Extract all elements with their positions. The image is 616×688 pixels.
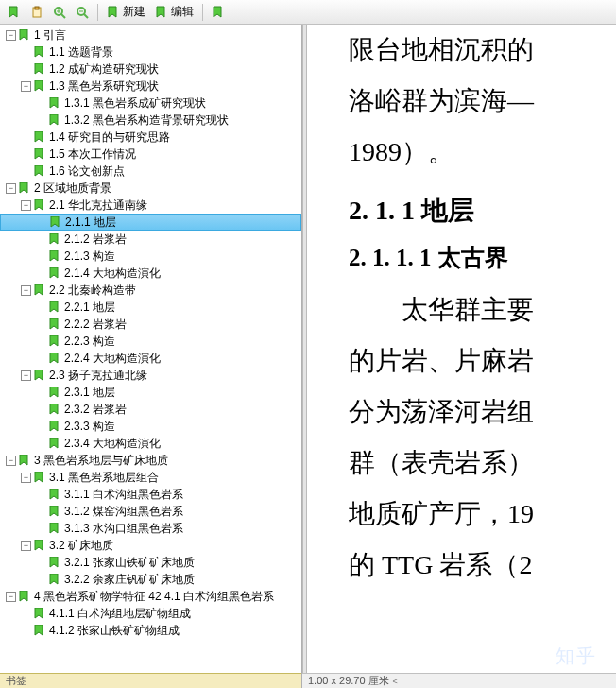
collapse-toggle-icon[interactable]: − [21, 200, 31, 211]
bookmark-node[interactable]: −2 区域地质背景 [0, 180, 301, 197]
bookmark-node[interactable]: −2.2 北秦岭构造带 [0, 282, 301, 299]
zoom-in-icon[interactable] [49, 2, 70, 23]
body-text: 洛峪群为滨海— [349, 76, 616, 127]
body-text: 的片岩、片麻岩 [349, 335, 616, 387]
svg-line-3 [61, 14, 65, 18]
bookmark-node[interactable]: 2.3.3 构造 [0, 418, 301, 435]
new-button-label: 新建 [123, 4, 145, 20]
bookmark-label: 4.1.2 张家山铁矿矿物组成 [49, 622, 180, 639]
bookmark-label: 1.6 论文创新点 [49, 163, 125, 180]
bookmark-label: 1.1 选题背景 [49, 43, 113, 60]
collapse-toggle-icon[interactable]: − [6, 592, 16, 602]
bookmark-node[interactable]: 2.1.2 岩浆岩 [0, 231, 301, 248]
bookmark-label: 3.2.2 余家庄钒矿矿床地质 [64, 571, 195, 588]
bookmark-icon [33, 608, 46, 619]
bookmark-icon [48, 335, 61, 347]
body-text: 群（表壳岩系） [349, 438, 616, 489]
bookmark-node[interactable]: 3.2.1 张家山铁矿矿床地质 [0, 554, 301, 571]
bookmark-label: 2.1.2 岩浆岩 [64, 231, 127, 248]
bookmark-node[interactable]: 3.1.1 白术沟组黑色岩系 [0, 486, 301, 503]
bookmark-node[interactable]: 2.2.4 大地构造演化 [0, 350, 301, 367]
bookmark-node[interactable]: 3.1.3 水沟口组黑色岩系 [0, 520, 301, 537]
collapse-toggle-icon[interactable]: − [6, 456, 16, 466]
collapse-toggle-icon[interactable]: − [21, 541, 31, 551]
bookmark-icon [48, 250, 61, 262]
bookmark-label: 2.3.3 构造 [64, 418, 115, 435]
bookmark-icon [48, 233, 61, 245]
bookmark-label: 2.2.1 地层 [64, 299, 115, 316]
bookmark-node[interactable]: −4 黑色岩系矿物学特征 42 4.1 白术沟组黑色岩系 [0, 588, 301, 605]
body-text: 太华群主要 [349, 284, 616, 335]
bookmark-label: 3.1.3 水沟口组黑色岩系 [64, 520, 183, 537]
collapse-toggle-icon[interactable]: − [21, 473, 31, 483]
bookmark-node[interactable]: 4.1.1 白术沟组地层矿物组成 [0, 605, 301, 622]
bookmark-node[interactable]: 4.1.2 张家山铁矿矿物组成 [0, 622, 301, 639]
bookmark-label: 1.4 研究目的与研究思路 [49, 129, 170, 146]
bookmark-node[interactable]: 1.5 本次工作情况 [0, 146, 301, 163]
bookmark-icon [48, 523, 61, 534]
collapse-toggle-icon[interactable]: − [21, 285, 31, 296]
bookmark-icon [33, 80, 46, 92]
bookmark-label: 3 黑色岩系地层与矿床地质 [34, 452, 168, 469]
bookmark-node[interactable]: 2.2.2 岩浆岩 [0, 316, 301, 333]
bookmark-icon [49, 216, 62, 228]
document-view[interactable]: 限台地相沉积的 洛峪群为滨海— 1989）。 2. 1. 1 地层 2. 1. … [307, 25, 616, 688]
bookmark-node[interactable]: 2.3.4 大地构造演化 [0, 435, 301, 452]
bookmark-node[interactable]: −2.3 扬子克拉通北缘 [0, 367, 301, 384]
bookmark-node[interactable]: −1.3 黑色岩系研究现状 [0, 77, 301, 95]
bookmark-tool-icon[interactable] [208, 2, 229, 23]
bookmark-icon [33, 370, 46, 381]
bookmark-label: 4.1.1 白术沟组地层矿物组成 [49, 605, 191, 622]
bookmark-icon [48, 114, 61, 126]
clipboard-icon[interactable] [26, 2, 47, 23]
collapse-toggle-icon[interactable]: − [21, 370, 31, 381]
bookmark-node[interactable]: 1.2 成矿构造研究现状 [0, 60, 301, 77]
bookmark-label: 1.2 成矿构造研究现状 [49, 60, 159, 77]
bookmark-node[interactable]: 1.6 论文创新点 [0, 163, 301, 180]
edit-button[interactable]: 编辑 [151, 2, 197, 23]
bookmark-node[interactable]: 1.1 选题背景 [0, 43, 301, 60]
bookmark-node[interactable]: 3.2.2 余家庄钒矿矿床地质 [0, 571, 301, 588]
bookmark-icon [33, 199, 46, 211]
bookmark-tree-scroll[interactable]: −1 引言1.1 选题背景1.2 成矿构造研究现状−1.3 黑色岩系研究现状1.… [0, 25, 301, 673]
bookmark-node[interactable]: 2.3.2 岩浆岩 [0, 401, 301, 418]
bookmark-label: 1.3 黑色岩系研究现状 [49, 77, 159, 95]
bookmark-icon [33, 165, 46, 177]
zoom-out-icon[interactable] [72, 2, 93, 23]
collapse-toggle-icon[interactable]: − [21, 81, 31, 92]
body-text: 分为荡泽河岩组 [349, 387, 616, 438]
bookmark-label: 2.3.2 岩浆岩 [64, 401, 127, 418]
collapse-toggle-icon[interactable]: − [6, 30, 16, 41]
bookmark-node[interactable]: −3 黑色岩系地层与矿床地质 [0, 452, 301, 469]
bookmark-node[interactable]: 2.2.3 构造 [0, 333, 301, 350]
bookmark-node[interactable]: −1 引言 [0, 26, 301, 43]
bookmark-node[interactable]: 2.1.3 构造 [0, 248, 301, 265]
bookmark-icon [48, 404, 61, 415]
bookmark-label: 3.1 黑色岩系地层组合 [49, 469, 159, 486]
bookmark-node[interactable]: 2.1.4 大地构造演化 [0, 265, 301, 282]
sidebar-tab-bookmarks[interactable]: 书签 [0, 673, 301, 688]
bookmark-icon [48, 301, 61, 313]
bookmark-node[interactable]: −3.1 黑色岩系地层组合 [0, 469, 301, 486]
bookmark-node[interactable]: 1.4 研究目的与研究思路 [0, 129, 301, 146]
bookmark-node[interactable]: −2.1 华北克拉通南缘 [0, 197, 301, 214]
bookmark-label: 2.3.1 地层 [64, 384, 115, 401]
collapse-toggle-icon[interactable]: − [6, 183, 16, 194]
svg-rect-1 [35, 7, 39, 9]
bookmark-icon [48, 506, 61, 517]
bookmark-icon [18, 591, 31, 602]
bookmark-node[interactable]: 2.1.1 地层 [0, 214, 301, 231]
page-dimensions: 1.00 x 29.70 厘米 [308, 674, 389, 688]
new-button[interactable]: 新建 [103, 2, 149, 23]
bookmark-node[interactable]: 1.3.2 黑色岩系构造背景研究现状 [0, 112, 301, 129]
bookmark-icon [33, 148, 46, 160]
bookmark-node[interactable]: 3.1.2 煤窑沟组黑色岩系 [0, 503, 301, 520]
bookmark-node[interactable]: 1.3.1 黑色岩系成矿研究现状 [0, 95, 301, 112]
status-overflow-icon: < [393, 677, 398, 686]
bookmark-expand-icon[interactable] [4, 2, 25, 23]
bookmark-node[interactable]: 2.2.1 地层 [0, 299, 301, 316]
bookmark-label: 4 黑色岩系矿物学特征 42 4.1 白术沟组黑色岩系 [34, 588, 274, 605]
bookmark-node[interactable]: 2.3.1 地层 [0, 384, 301, 401]
bookmark-node[interactable]: −3.2 矿床地质 [0, 537, 301, 554]
bookmark-tree: −1 引言1.1 选题背景1.2 成矿构造研究现状−1.3 黑色岩系研究现状1.… [0, 25, 301, 639]
